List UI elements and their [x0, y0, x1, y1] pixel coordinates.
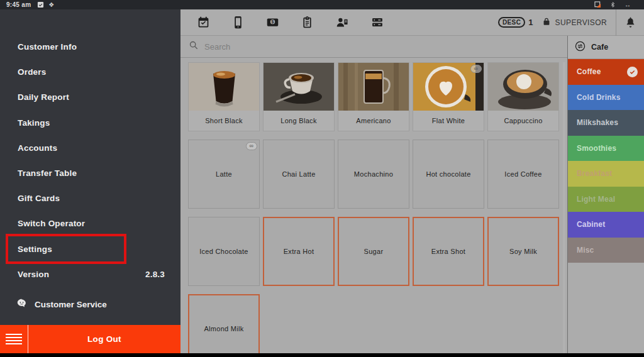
category-cold-drinks[interactable]: Cold Drinks [568, 85, 644, 111]
product-tile-iced-coffee[interactable]: Iced Coffee [487, 140, 559, 209]
product-label: Long Black [264, 111, 334, 131]
navigation-drawer: Customer Info Orders Daily Report Taking… [0, 9, 180, 353]
customer-service-button[interactable]: Customer Service [0, 294, 107, 314]
category-label: Breakfast [577, 169, 613, 178]
category-panel: Cafe Coffee Cold Drinks Milkshakes Smoot… [568, 36, 644, 353]
product-label: Mochachino [338, 140, 409, 208]
calendar-check-icon[interactable] [197, 16, 210, 29]
hamburger-menu-icon[interactable] [0, 325, 28, 353]
drawer-item-daily-report[interactable]: Daily Report [0, 85, 180, 110]
product-tile-extra-hot[interactable]: Extra Hot [263, 217, 335, 286]
product-tile-chai-latte[interactable]: Chai Latte [263, 140, 335, 209]
product-tile-iced-chocolate[interactable]: Iced Chocolate [188, 217, 260, 286]
drawer-item-gift-cards[interactable]: Gift Cards [0, 186, 180, 211]
selected-check-icon [627, 67, 638, 77]
pos-screen: 9:45 am ❖ ↔ [0, 0, 644, 357]
drawer-item-transfer-table[interactable]: Transfer Table [0, 161, 180, 186]
desc-count: 1 [528, 18, 533, 27]
category-cabinet[interactable]: Cabinet [568, 212, 644, 238]
operator-button[interactable]: SUPERVISOR [542, 17, 607, 28]
drawer-item-version: Version 2.8.3 [0, 262, 180, 287]
product-tile-flat-white[interactable]: ∞ Flat White [413, 62, 484, 131]
product-tile-soy-milk[interactable]: Soy Milk [487, 217, 559, 286]
linked-badge: ∞ [246, 142, 257, 150]
product-label: Iced Chocolate [189, 217, 259, 285]
product-label: Extra Hot [264, 218, 333, 285]
mobile-phone-icon[interactable] [231, 16, 245, 29]
drawer-item-switch-operator[interactable]: Switch Operator [0, 211, 180, 236]
status-time: 9:45 am [6, 1, 31, 8]
linked-badge: ∞ [470, 65, 482, 73]
lock-icon [542, 17, 551, 28]
pos-content: $ DESC 1 SUPERVISOR [180, 9, 644, 353]
product-label: Extra Shot [414, 218, 483, 285]
category-filler [568, 263, 644, 353]
drawer-item-settings[interactable]: Settings [0, 237, 180, 262]
category-misc[interactable]: Misc [568, 238, 644, 263]
product-tile-cappuccino[interactable]: Cappuccino [487, 62, 559, 131]
notifications-bell-icon[interactable] [616, 16, 644, 28]
product-label: Cappuccino [488, 111, 558, 131]
bluetooth-icon [610, 1, 616, 8]
product-tile-latte[interactable]: ∞ Latte [188, 140, 260, 209]
svg-text:$: $ [272, 19, 274, 25]
drawer-item-orders[interactable]: Orders [0, 60, 180, 85]
category-label: Milkshakes [577, 118, 618, 127]
category-milkshakes[interactable]: Milkshakes [568, 110, 644, 136]
product-label: Hot chocolate [413, 140, 484, 208]
cappuccino-photo [488, 63, 558, 111]
category-label: Cold Drinks [577, 93, 621, 102]
category-label: Cabinet [577, 220, 605, 229]
menu-switcher-cafe[interactable]: Cafe [568, 36, 644, 59]
checkbox-icon [37, 1, 44, 8]
product-tile-short-black[interactable]: Short Black [188, 62, 260, 131]
left-right-arrows-icon: ↔ [625, 1, 631, 8]
drawer-item-accounts[interactable]: Accounts [0, 136, 180, 161]
product-grid: Short Black Long Black Americano [180, 58, 567, 353]
cup-saucer-photo [264, 63, 334, 111]
product-tile-mochachino[interactable]: Mochachino [338, 140, 409, 209]
android-status-bar: 9:45 am ❖ ↔ [0, 0, 644, 9]
logout-button[interactable]: Log Out [28, 325, 180, 353]
product-label: Flat White [413, 111, 484, 131]
product-label: Latte [189, 140, 259, 208]
desc-pill[interactable]: DESC [498, 17, 525, 28]
bottom-bezel [0, 353, 644, 357]
espresso-glass-photo [189, 63, 259, 111]
swap-arrows-icon [575, 41, 586, 53]
category-light-meal[interactable]: Light Meal [568, 187, 644, 212]
product-label: Almond Milk [189, 295, 258, 353]
category-breakfast[interactable]: Breakfast [568, 161, 644, 187]
category-label: Smoothies [577, 144, 616, 153]
category-label: Coffee [577, 67, 601, 76]
search-icon [189, 40, 199, 53]
product-tile-long-black[interactable]: Long Black [263, 62, 335, 131]
clipboard-icon[interactable] [301, 16, 314, 29]
product-label: Iced Coffee [488, 140, 558, 208]
product-label: Sugar [339, 218, 408, 285]
register-drawers-icon[interactable] [370, 16, 384, 29]
product-tile-extra-shot[interactable]: Extra Shot [413, 217, 484, 286]
cash-drawer-icon[interactable]: $ [266, 16, 279, 29]
diamonds-icon: ❖ [48, 1, 54, 8]
product-tile-hot-chocolate[interactable]: Hot chocolate [413, 140, 484, 209]
drawer-menu: Customer Info Orders Daily Report Taking… [0, 9, 180, 287]
product-tile-sugar[interactable]: Sugar [338, 217, 409, 286]
category-coffee[interactable]: Coffee [568, 59, 644, 85]
product-area: Short Black Long Black Americano [180, 36, 567, 353]
version-value: 2.8.3 [145, 262, 165, 287]
drawer-item-customer-info[interactable]: Customer Info [0, 35, 180, 60]
product-label: Soy Milk [489, 218, 558, 285]
menu-name: Cafe [591, 43, 608, 52]
product-tile-americano[interactable]: Americano [338, 62, 409, 131]
customer-service-label: Customer Service [35, 300, 107, 309]
top-toolbar: $ DESC 1 SUPERVISOR [180, 9, 644, 36]
operator-name: SUPERVISOR [555, 18, 607, 27]
search-bar [180, 36, 567, 58]
drawer-item-takings[interactable]: Takings [0, 111, 180, 136]
category-smoothies[interactable]: Smoothies [568, 136, 644, 162]
grid-scrollbar[interactable] [563, 62, 565, 353]
product-tile-almond-milk[interactable]: Almond Milk [188, 294, 260, 353]
customer-card-icon[interactable] [335, 16, 349, 29]
search-input[interactable] [204, 42, 456, 52]
